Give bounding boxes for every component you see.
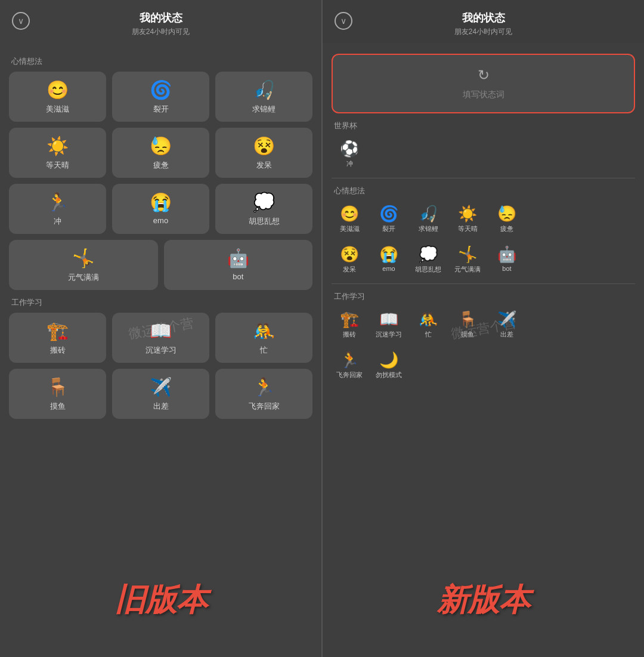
left-item-chong[interactable]: 🏃 冲 bbox=[9, 184, 106, 234]
r-chenmi-label: 沉迷学习 bbox=[376, 330, 402, 339]
right-item-fazuo[interactable]: 😵 发呆 bbox=[332, 242, 367, 279]
mochai-label: 摸鱼 bbox=[50, 401, 66, 412]
right-item-banzhuang[interactable]: 🏗️ 搬砖 bbox=[332, 307, 367, 344]
right-item-meizizi[interactable]: 😊 美滋滋 bbox=[332, 201, 367, 238]
r-meizizi-label: 美滋滋 bbox=[340, 224, 360, 233]
right-item-husluanxiang[interactable]: 💭 胡思乱想 bbox=[410, 242, 446, 279]
qiujinli-label: 求锦鲤 bbox=[252, 104, 275, 115]
left-item-meizizi[interactable]: 😊 美滋滋 bbox=[9, 72, 106, 122]
r-emo-label: emo bbox=[382, 265, 395, 272]
right-worldcup-row: ⚽ 冲 bbox=[332, 136, 635, 173]
chenmi-icon: 📖 bbox=[150, 322, 172, 340]
right-item-dengtianqing[interactable]: ☀️ 等天晴 bbox=[450, 201, 485, 238]
divider2 bbox=[332, 283, 635, 284]
right-item-qiujinli[interactable]: 🎣 求锦鲤 bbox=[410, 201, 446, 238]
yuanqi-label: 元气满满 bbox=[68, 272, 99, 283]
r-liekai-icon: 🌀 bbox=[379, 206, 398, 221]
right-item-chong-wc[interactable]: ⚽ 冲 bbox=[332, 136, 367, 173]
r-mang-icon: 🤼 bbox=[419, 311, 438, 327]
qiujinli-icon: 🎣 bbox=[253, 81, 275, 99]
chong-label: 冲 bbox=[54, 216, 61, 227]
left-item-husluanxiang[interactable]: 💭 胡思乱想 bbox=[215, 184, 312, 234]
right-section-work: 工作学习 bbox=[334, 291, 635, 302]
feiben-label: 飞奔回家 bbox=[249, 401, 280, 412]
left-item-dengtianqing[interactable]: ☀️ 等天晴 bbox=[9, 128, 106, 178]
right-mood-row2: 😵 发呆 😭 emo 💭 胡思乱想 🤸 元气满满 🤖 bot bbox=[332, 242, 635, 279]
right-item-mang[interactable]: 🤼 忙 bbox=[410, 307, 446, 344]
right-item-bot[interactable]: 🤖 bot bbox=[489, 242, 525, 279]
left-item-yuanqimanman[interactable]: 🤸 元气满满 bbox=[9, 240, 158, 290]
left-mood-row1: 😊 美滋滋 🌀 裂开 🎣 求锦鲤 bbox=[9, 72, 312, 122]
r-husluanxiang-label: 胡思乱想 bbox=[415, 265, 441, 274]
left-work-row1: 🏗️ 搬砖 📖 沉迷学习 🤼 忙 bbox=[9, 313, 312, 363]
right-item-mochai[interactable]: 🪑 摸鱼 bbox=[450, 307, 485, 344]
left-item-fazuo[interactable]: 😵 发呆 bbox=[215, 128, 312, 178]
left-item-mochai[interactable]: 🪑 摸鱼 bbox=[9, 369, 106, 419]
left-item-chenmi[interactable]: 📖 沉迷学习 bbox=[112, 313, 209, 363]
right-item-chenmi[interactable]: 📖 沉迷学习 bbox=[371, 307, 407, 344]
left-section-work: 工作学习 bbox=[11, 297, 312, 308]
r-yuanqi-icon: 🤸 bbox=[458, 246, 477, 262]
r-wurao-icon: 🌙 bbox=[379, 352, 398, 368]
mochai-icon: 🪑 bbox=[47, 378, 69, 396]
r-fazuo-label: 发呆 bbox=[343, 265, 356, 274]
emo-icon: 😭 bbox=[150, 193, 172, 211]
left-header: ∨ 我的状态 朋友24小时内可见 bbox=[0, 0, 321, 43]
right-section-worldcup: 世界杯 bbox=[334, 121, 635, 131]
chevron-down-icon: ∨ bbox=[18, 16, 24, 26]
left-item-banzhuang[interactable]: 🏗️ 搬砖 bbox=[9, 313, 106, 363]
liekai-label: 裂开 bbox=[153, 104, 169, 115]
r-dengtianqing-icon: ☀️ bbox=[458, 206, 477, 221]
right-chevron-button[interactable]: ∨ bbox=[335, 12, 352, 30]
r-emo-icon: 😭 bbox=[379, 246, 398, 262]
left-item-feiben[interactable]: 🏃 飞奔回家 bbox=[215, 369, 312, 419]
left-mood-row2: ☀️ 等天晴 😓 疲惫 😵 发呆 bbox=[9, 128, 312, 178]
left-item-qiujinli[interactable]: 🎣 求锦鲤 bbox=[215, 72, 312, 122]
banzhuang-label: 搬砖 bbox=[50, 345, 66, 356]
chuchai-label: 出差 bbox=[153, 401, 169, 412]
right-item-feiben[interactable]: 🏃 飞奔回家 bbox=[332, 347, 367, 384]
mang-label: 忙 bbox=[260, 345, 268, 356]
pilao-label: 疲惫 bbox=[153, 160, 169, 171]
status-input-box[interactable]: ↻ 填写状态词 bbox=[332, 54, 635, 113]
r-pilao-label: 疲惫 bbox=[500, 224, 513, 233]
mang-icon: 🤼 bbox=[253, 322, 275, 340]
r-mochai-icon: 🪑 bbox=[458, 311, 477, 327]
left-item-liekai[interactable]: 🌀 裂开 bbox=[112, 72, 209, 122]
r-chenmi-icon: 📖 bbox=[379, 311, 398, 327]
bot-label: bot bbox=[233, 272, 243, 281]
r-liekai-label: 裂开 bbox=[382, 224, 395, 233]
meizizi-icon: 😊 bbox=[47, 81, 69, 99]
right-item-pilao[interactable]: 😓 疲惫 bbox=[489, 201, 525, 238]
left-item-mang[interactable]: 🤼 忙 bbox=[215, 313, 312, 363]
right-item-liekai[interactable]: 🌀 裂开 bbox=[371, 201, 407, 238]
r-qiujinli-icon: 🎣 bbox=[419, 206, 438, 221]
left-item-emo[interactable]: 😭 emo bbox=[112, 184, 209, 234]
r-bot-label: bot bbox=[502, 265, 511, 272]
r-mang-label: 忙 bbox=[425, 330, 432, 339]
right-item-chuchai[interactable]: ✈️ 出差 bbox=[489, 307, 525, 344]
left-chevron-button[interactable]: ∨ bbox=[12, 12, 30, 30]
left-mood-row4: 🤸 元气满满 🤖 bot bbox=[9, 240, 312, 290]
husluanxiang-label: 胡思乱想 bbox=[249, 216, 280, 227]
status-placeholder: 填写状态词 bbox=[463, 90, 504, 100]
right-work-row1: 🏗️ 搬砖 📖 沉迷学习 🤼 忙 🪑 摸鱼 ✈️ 出差 bbox=[332, 307, 635, 344]
banzhuang-icon: 🏗️ bbox=[47, 322, 69, 340]
left-subtitle: 朋友24小时内可见 bbox=[132, 27, 190, 37]
left-item-bot[interactable]: 🤖 bot bbox=[164, 240, 313, 290]
right-header: ∨ 我的状态 朋友24小时内可见 bbox=[323, 0, 644, 43]
r-yuanqi-label: 元气满满 bbox=[454, 265, 481, 274]
chong-wc-icon: ⚽ bbox=[340, 141, 359, 156]
right-item-yuanqi[interactable]: 🤸 元气满满 bbox=[450, 242, 485, 279]
yuanqi-icon: 🤸 bbox=[72, 249, 94, 267]
r-chuchai-label: 出差 bbox=[500, 330, 513, 339]
right-item-emo[interactable]: 😭 emo bbox=[371, 242, 407, 279]
divider1 bbox=[332, 178, 635, 178]
meizizi-label: 美滋滋 bbox=[46, 104, 69, 115]
left-item-chuchai[interactable]: ✈️ 出差 bbox=[112, 369, 209, 419]
r-husluanxiang-icon: 💭 bbox=[419, 246, 438, 262]
left-item-pilao[interactable]: 😓 疲惫 bbox=[112, 128, 209, 178]
right-item-wurao[interactable]: 🌙 勿扰模式 bbox=[371, 347, 407, 384]
husluanxiang-icon: 💭 bbox=[253, 193, 275, 211]
r-chuchai-icon: ✈️ bbox=[497, 311, 516, 327]
